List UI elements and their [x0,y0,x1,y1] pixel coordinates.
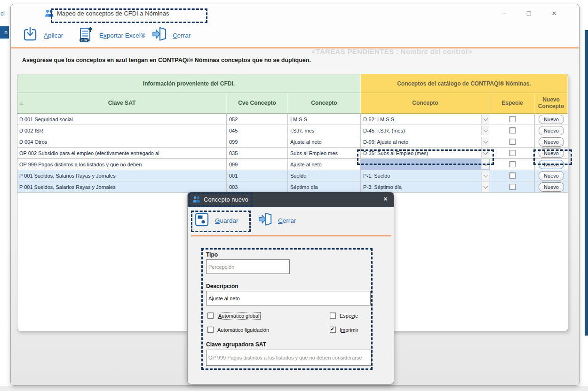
concepto-nominas-dropdown[interactable]: P-3: Séptimo día [361,181,490,193]
column-header-concepto-nominas[interactable]: Concepto [361,93,490,114]
cerrar-label: Cerrar [173,32,191,39]
especie-checkbox[interactable] [509,172,516,179]
automatico-liquidacion-checkbox[interactable] [207,327,214,333]
chevron-down-icon[interactable] [481,148,489,158]
nuevo-button[interactable]: Nuevo [539,115,564,124]
chevron-down-icon[interactable] [481,137,489,147]
automatico-global-label[interactable]: Automático global [217,313,260,319]
especie-label[interactable]: Especie [340,313,358,319]
cerrar-button[interactable]: Cerrar [151,26,191,45]
concepto-nominas-dropdown[interactable]: D-52: I.M.S.S. [361,114,490,125]
especie-checkbox[interactable] [509,127,516,133]
especie-checkbox[interactable] [509,161,516,167]
cell-cve-concepto: 045 [227,125,288,136]
column-header-cve-concepto[interactable]: Cve Concepto [227,93,288,114]
guardar-button[interactable]: Guardar [194,211,238,230]
maximize-button[interactable]: □ [522,7,536,19]
info-message: Asegúrese que los conceptos en azul teng… [22,57,311,63]
concepto-nominas-dropdown[interactable] [361,159,490,170]
excel-export-icon: XLSX [78,27,94,44]
especie-cell[interactable] [490,136,535,148]
nuevo-button[interactable]: Nuevo [539,137,564,147]
cell-concepto-cfdi: Ajuste al neto [288,136,361,148]
chevron-down-icon[interactable] [481,159,489,169]
nuevo-button[interactable]: Nuevo [539,182,564,192]
cell-cve-concepto: 099 [227,136,288,148]
cell-clave-sat: P 001 Sueldos, Salarios Rayas y Jornales [17,170,227,181]
especie-cell[interactable] [490,125,535,136]
cell-concepto-cfdi: I.S.R. mes [288,125,361,136]
sort-ascending-icon: △ [20,101,23,105]
cell-clave-sat: OP 999 Pagos distintos a los listados y … [17,159,227,170]
chevron-down-icon[interactable] [481,125,489,135]
imprimir-checkbox[interactable] [330,327,336,333]
especie-checkbox[interactable] [509,116,516,122]
especie-cell[interactable] [490,159,535,170]
especie-cell[interactable] [490,148,535,159]
imprimir-label[interactable]: Imprimir [340,327,358,333]
especie-checkbox[interactable] [330,313,336,319]
nuevo-button[interactable]: Nuevo [539,160,564,169]
exit-door-icon [151,26,167,44]
title-bar: Mapeo de conceptos de CFDI a Nóminas – □… [11,4,579,23]
especie-checkbox[interactable] [509,139,516,145]
apply-download-icon [22,26,38,44]
app-people-icon [45,9,54,17]
dialog-title: Concepto nuevo [204,196,248,203]
nuevo-cell: Nuevo [535,159,568,170]
tipo-input[interactable] [206,259,290,274]
background-blue-fragment: n [0,26,9,39]
especie-cell[interactable] [490,181,535,193]
mapping-grid-body: Información proveniente del CFDI. Concep… [17,74,568,193]
background-window-edge [585,30,588,336]
minimize-button[interactable]: – [497,7,511,19]
cell-concepto-cfdi: Subs al Empleo mes [288,148,361,159]
chevron-down-icon[interactable] [481,114,489,124]
nuevo-cell: Nuevo [535,125,568,136]
chevron-down-icon[interactable] [481,182,489,192]
toolbar-separator [11,47,579,48]
descripcion-input[interactable] [206,291,371,305]
automatico-liquidacion-label[interactable]: Automático liquidación [217,327,269,333]
cell-cve-concepto: 001 [227,170,288,181]
chevron-down-icon[interactable] [481,171,489,180]
especie-cell[interactable] [490,170,535,181]
dialog-toolbar-separator [191,235,391,236]
concepto-nominas-dropdown[interactable]: D-35: Subs al Empleo (mes) [361,148,490,159]
nuevo-button[interactable]: Nuevo [539,126,564,135]
exportar-excel-label: Exportar Excel® [99,32,145,39]
nuevo-cell: Nuevo [535,170,568,181]
concepto-nominas-dropdown[interactable]: P-1: Sueldo [361,170,490,181]
clave-agrupadora-input[interactable] [206,350,372,366]
column-header-clave-sat[interactable]: △ Clave SAT [17,93,227,114]
dialog-cerrar-label: Cerrar [278,217,296,224]
dialog-close-icon[interactable]: ✕ [383,196,388,203]
especie-checkbox[interactable] [509,184,516,190]
close-button[interactable]: ✕ [547,7,561,19]
exportar-excel-button[interactable]: XLSX Exportar Excel® [78,26,145,45]
main-toolbar: Aplicar XLSX Exportar Excel® [11,23,579,47]
nuevo-button[interactable]: Nuevo [539,171,564,180]
especie-cell[interactable] [490,114,535,125]
pending-tasks-watermark: <TAREAS PENDIENTES : Nombre del control> [274,47,509,55]
column-header-concepto-cfdi[interactable]: Concepto [288,93,361,114]
column-header-especie[interactable]: Especie [490,93,535,114]
dialog-cerrar-button[interactable]: Cerrar [257,211,296,230]
especie-checkbox[interactable] [509,150,516,156]
cell-cve-concepto: 035 [227,148,288,159]
cell-clave-sat: D 004 Otros [17,136,227,148]
concepto-nominas-dropdown[interactable]: D-99: Ajuste al neto [361,136,490,148]
aplicar-button[interactable]: Aplicar [22,26,63,45]
imprimir-row: Imprimir [330,326,358,333]
cell-cve-concepto: 052 [227,114,288,125]
descripcion-label: Descripción [206,283,238,289]
dialog-title-bar: Concepto nuevo ✕ [188,192,394,207]
cell-concepto-cfdi: Ajuste al neto [288,159,361,170]
nuevo-button[interactable]: Nuevo [539,149,564,158]
background-text-fragment: ci [0,10,5,17]
cell-clave-sat: D 001 Seguridad social [17,114,227,125]
tipo-label: Tipo [206,251,218,258]
column-header-nuevo-concepto[interactable]: Nuevo Concepto [535,93,568,114]
concepto-nominas-dropdown[interactable]: D-45: I.S.R. (mes) [361,125,490,136]
automatico-global-checkbox[interactable] [207,313,214,319]
